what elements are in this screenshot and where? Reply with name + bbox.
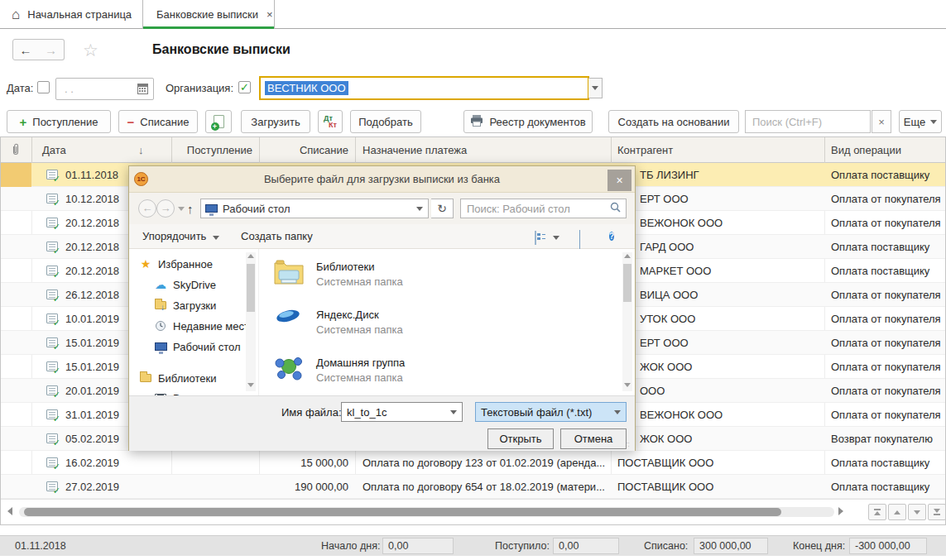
cell-date: 15.01.2019 — [65, 361, 119, 373]
written-value: 300 000,00 — [694, 538, 768, 554]
scroll-down-icon[interactable] — [247, 383, 254, 387]
chevron-down-icon[interactable] — [614, 410, 621, 414]
table-row[interactable]: ✓27.02.2019190 000,00Оплата по договору … — [1, 475, 945, 499]
cell-counterparty: ООО — [640, 385, 665, 397]
scrollbar-thumb[interactable] — [24, 508, 781, 516]
dt-kt-button[interactable]: ДтКт — [318, 110, 343, 133]
cell-counterparty: ЖОК ООО — [640, 361, 692, 373]
favorite-star-icon[interactable]: ☆ — [83, 41, 98, 60]
tab-bank-statements[interactable]: Банковские выписки × — [142, 0, 275, 29]
go-last-button[interactable] — [928, 504, 946, 520]
go-first-button[interactable] — [868, 504, 886, 520]
chevron-down-icon[interactable] — [450, 410, 457, 414]
org-filter-checkbox[interactable]: ✓ — [238, 81, 251, 93]
back-button[interactable]: ← — [12, 39, 39, 60]
document-posted-icon: ✓ — [46, 218, 58, 227]
column-header-outgoing[interactable]: Списание — [259, 144, 348, 156]
column-header-incoming[interactable]: Поступление — [171, 144, 252, 156]
history-dropdown-icon[interactable] — [178, 207, 185, 211]
file-list-scrollbar[interactable] — [622, 252, 632, 391]
cancel-button[interactable]: Отмена — [560, 428, 627, 449]
file-name: Яндекс.Диск — [316, 309, 379, 321]
explorer-back-button[interactable]: ← — [138, 199, 156, 218]
column-header-counterparty[interactable]: Контрагент — [617, 144, 673, 156]
document-posted-icon: ✓ — [46, 481, 58, 491]
dt-kt-icon: ДтКт — [324, 115, 337, 128]
address-dropdown-icon[interactable] — [416, 207, 423, 211]
refresh-button[interactable]: ↻ — [431, 199, 454, 218]
create-based-on-button[interactable]: Создать на основании — [608, 110, 739, 133]
dialog-search-input[interactable]: Поиск: Рабочий стол — [460, 199, 627, 218]
sidebar-scrollbar[interactable] — [246, 252, 256, 391]
new-folder-button[interactable]: Создать папку — [241, 230, 313, 242]
date-filter-input[interactable]: . . — [55, 78, 154, 100]
load-button[interactable]: Загрузить — [241, 110, 310, 133]
up-folder-button[interactable]: ↑ — [187, 202, 194, 216]
file-list-item[interactable]: БиблиотекиСистемная папка — [260, 254, 574, 297]
file-list-item[interactable]: Домашняя группаСистемная папка — [260, 350, 574, 393]
load-statement-icon-button[interactable]: + — [205, 110, 232, 133]
document-posted-icon: ✓ — [46, 337, 58, 347]
tab-close-icon[interactable]: × — [267, 8, 273, 21]
sidebar-item-library[interactable]: Библиотеки — [139, 370, 255, 386]
dialog-title-bar[interactable]: 1С Выберите файл для загрузки выписки из… — [129, 166, 635, 193]
scroll-down-icon[interactable] — [624, 383, 631, 387]
registry-button[interactable]: Реестр документов — [463, 110, 593, 133]
scroll-up-icon[interactable] — [247, 254, 254, 258]
cell-operation: Оплата от покупателя — [831, 409, 941, 421]
horizontal-scrollbar[interactable] — [1, 499, 945, 524]
file-list-scroll-thumb[interactable] — [623, 264, 631, 302]
view-list-icon — [535, 231, 536, 245]
file-list-item[interactable]: Яндекс.ДискСистемная папка — [260, 302, 574, 345]
explorer-forward-button[interactable]: → — [156, 199, 175, 218]
file-type: Системная папка — [316, 275, 403, 288]
add-writeoff-button[interactable]: −Списание — [118, 110, 198, 133]
org-dropdown-button[interactable] — [588, 78, 603, 98]
chevron-down-icon — [930, 120, 937, 124]
org-filter-input[interactable]: ВЕСТНИК ООО — [259, 76, 589, 100]
open-button[interactable]: Открыть — [487, 428, 554, 449]
column-header-operation[interactable]: Вид операции — [831, 144, 901, 156]
document-posted-icon: ✓ — [46, 290, 58, 299]
document-posted-icon: ✓ — [46, 194, 58, 203]
column-header-date[interactable]: Дата — [42, 144, 66, 156]
resize-grip[interactable]: ∙∙ ∙ — [626, 442, 632, 448]
column-header-purpose[interactable]: Назначение платежа — [363, 144, 467, 156]
scroll-left-icon[interactable] — [7, 507, 12, 515]
day-begin-value: 0,00 — [382, 538, 454, 554]
cell-date: 20.01.2019 — [65, 385, 119, 397]
cell-operation: Оплата от покупателя — [831, 193, 941, 205]
pick-button[interactable]: Подобрать — [350, 110, 421, 133]
forward-button[interactable]: → — [38, 39, 65, 60]
sidebar-scroll-thumb[interactable] — [247, 264, 255, 312]
search-input[interactable]: Поиск (Ctrl+F) — [745, 110, 871, 133]
view-mode-dropdown-icon[interactable] — [553, 236, 559, 240]
filename-combo[interactable]: kl_to_1c — [341, 402, 463, 422]
status-bar: 01.11.2018 Начало дня: 0,00 Поступило: 0… — [0, 535, 946, 556]
date-placeholder: . . — [65, 83, 74, 95]
filetype-combo[interactable]: Текстовый файл (*.txt) — [475, 402, 627, 422]
scrollbar-track[interactable] — [19, 507, 834, 517]
forward-arrow-icon: → — [45, 43, 57, 57]
more-button[interactable]: Еще — [899, 110, 942, 133]
add-receipt-button[interactable]: +Поступление — [7, 110, 111, 133]
calendar-button[interactable] — [134, 81, 151, 97]
address-box[interactable]: Рабочий стол — [200, 199, 429, 218]
desktop-icon — [154, 342, 167, 351]
sidebar-item-star-gold[interactable]: ★Избранное — [139, 256, 255, 272]
go-next-button[interactable] — [908, 504, 926, 520]
organize-menu[interactable]: Упорядочить — [142, 230, 219, 242]
search-clear-button[interactable]: × — [872, 110, 891, 133]
day-begin-label: Начало дня: — [321, 540, 380, 552]
scroll-up-icon[interactable] — [624, 254, 631, 258]
view-mode-button[interactable] — [535, 232, 536, 244]
tab-home[interactable]: ⌂ Начальная страница — [0, 0, 142, 29]
folder-library-icon — [273, 257, 306, 290]
app-window: ⌂ Начальная страница Банковские выписки … — [0, 0, 946, 560]
date-filter-checkbox[interactable] — [37, 81, 50, 93]
help-button[interactable]: ? — [609, 229, 614, 243]
dialog-close-button[interactable]: × — [607, 170, 631, 191]
go-prev-button[interactable] — [888, 504, 906, 520]
table-row[interactable]: ✓16.02.201915 000,00Оплата по договору 1… — [1, 451, 945, 475]
scroll-right-icon[interactable] — [838, 507, 843, 515]
